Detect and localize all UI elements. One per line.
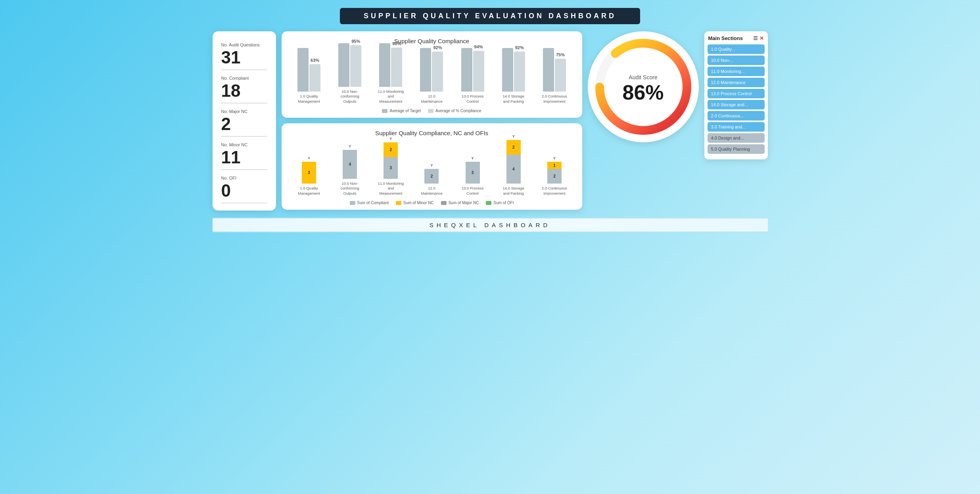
charts-area: Supplier Quality Compliance 63%1.0 Quali… xyxy=(282,31,582,210)
legend-target: Average of Target xyxy=(382,109,421,113)
nc-x-label: 10.0 Non-conformingOutputs xyxy=(341,181,359,196)
nc-chart-title: Supplier Quality Compliance, NC and OFIs xyxy=(290,130,574,136)
list-icon[interactable]: ☰ xyxy=(753,35,758,41)
major-nc-value: 2 xyxy=(221,115,267,137)
section-item[interactable]: 10.0 Non-... xyxy=(708,56,765,65)
compliance-bar-group: 90%11.0 MonitoringandMeasurement xyxy=(371,39,410,104)
section-item[interactable]: 2.0 Continuous... xyxy=(708,111,765,121)
compliance-bar-chart: 63%1.0 QualityManagement95%10.0 Non-conf… xyxy=(290,50,574,113)
legend-target-label: Average of Target xyxy=(389,109,421,113)
bar-x-label: 10.0 Non-conformingOutputs xyxy=(341,89,359,104)
legend-compliant: Sum of Compliant xyxy=(350,201,389,205)
legend-ofi-label: Sum of OFI xyxy=(493,201,514,205)
bar-x-label: 2.0 ContinuousImprovement xyxy=(542,94,567,104)
legend-minor: Sum of Minor NC xyxy=(396,201,434,205)
nc-x-label: 1.0 QualityManagement xyxy=(298,186,320,196)
compliance-bar-group: 75%2.0 ContinuousImprovement xyxy=(535,44,574,104)
legend-major-color xyxy=(441,201,447,205)
nc-bar-group: Y313.0 ProcessControl xyxy=(453,162,492,196)
section-item[interactable]: 3.0 Training and... xyxy=(708,122,765,132)
audit-questions-label: No. Audit Questions xyxy=(221,42,267,47)
nc-bar-chart: Y31.0 QualityManagementY410.0 Non-confor… xyxy=(290,142,574,205)
legend-compliant-color xyxy=(350,201,355,205)
legend-compliance: Average of % Compliance xyxy=(428,109,481,113)
section-item[interactable]: 5.0 Quality Planning xyxy=(708,144,765,154)
sections-header-icons: ☰ ✕ xyxy=(753,35,764,41)
legend-ofi: Sum of OFI xyxy=(486,201,514,205)
bar-x-label: 1.0 QualityManagement xyxy=(298,94,320,104)
compliant-label: No. Compliant xyxy=(221,76,267,80)
stats-panel: No. Audit Questions 31 No. Compliant 18 … xyxy=(213,31,276,211)
nc-x-label: 2.0 ContinuousImprovement xyxy=(542,186,567,196)
nc-x-label: 12.0Maintenance xyxy=(421,186,442,196)
nc-bar-group: Y31.0 QualityManagement xyxy=(290,162,329,196)
compliance-bar-group: 63%1.0 QualityManagement xyxy=(290,44,329,104)
dashboard-title: SUPPLIER QUALITY EVALUATION DASHBOARD xyxy=(340,8,640,24)
compliance-bar-group: 95%10.0 Non-conformingOutputs xyxy=(330,39,370,104)
nc-bar-group: Y3211.0 MonitoringandMeasurement xyxy=(371,142,410,196)
section-item[interactable]: 12.0 Maintenance xyxy=(708,78,765,87)
section-item[interactable]: 4.0 Design and... xyxy=(708,133,765,143)
section-item[interactable]: 11.0 Monitoring... xyxy=(708,67,765,76)
nc-bars: Y31.0 QualityManagementY410.0 Non-confor… xyxy=(290,142,574,197)
audit-questions-value: 31 xyxy=(221,49,267,70)
sections-header: Main Sections ☰ ✕ xyxy=(708,35,765,41)
compliance-chart-card: Supplier Quality Compliance 63%1.0 Quali… xyxy=(282,31,582,118)
ofi-label: No. OFI xyxy=(221,176,267,180)
compliant-value: 18 xyxy=(221,82,267,103)
ofi-value: 0 xyxy=(221,182,267,203)
nc-bar-group: Y4214.0 Storageand Packing xyxy=(494,140,533,196)
nc-chart-card: Supplier Quality Compliance, NC and OFIs… xyxy=(282,123,582,210)
compliance-bars: 63%1.0 QualityManagement95%10.0 Non-conf… xyxy=(290,50,574,105)
audit-score-gauge: Audit Score 86% xyxy=(588,31,699,142)
compliance-bar-group: 94%13.0 ProcessControl xyxy=(453,44,492,104)
legend-major-label: Sum of Major NC xyxy=(449,201,479,205)
legend-target-color xyxy=(382,109,387,113)
nc-bar-group: Y410.0 Non-conformingOutputs xyxy=(330,150,370,196)
section-item[interactable]: 14.0 Storage and... xyxy=(708,100,765,109)
compliance-bar-group: 92%12.0Maintenance xyxy=(412,44,451,104)
bar-x-label: 11.0 MonitoringandMeasurement xyxy=(378,89,404,104)
minor-nc-value: 11 xyxy=(221,149,267,170)
gauge-inner: Audit Score 86% xyxy=(622,74,664,103)
legend-major: Sum of Major NC xyxy=(441,201,479,205)
nc-x-label: 13.0 ProcessControl xyxy=(462,186,483,196)
nc-legend: Sum of Compliant Sum of Minor NC Sum of … xyxy=(290,201,574,205)
minor-nc-label: No. Minor NC xyxy=(221,142,267,147)
sections-list: 1.0 Quality...10.0 Non-...11.0 Monitorin… xyxy=(708,44,765,154)
gauge-value: 86% xyxy=(622,82,664,103)
legend-compliance-color xyxy=(428,109,433,113)
gauge-title: Audit Score xyxy=(622,74,664,80)
legend-compliance-label: Average of % Compliance xyxy=(435,109,481,113)
section-item[interactable]: 1.0 Quality... xyxy=(708,44,765,54)
bar-x-label: 13.0 ProcessControl xyxy=(462,94,483,104)
compliance-legend: Average of Target Average of % Complianc… xyxy=(290,109,574,113)
bar-x-label: 12.0Maintenance xyxy=(421,94,442,104)
nc-x-label: 11.0 MonitoringandMeasurement xyxy=(378,181,404,196)
nc-bar-group: Y212.0 ContinuousImprovement xyxy=(535,162,574,196)
close-icon[interactable]: ✕ xyxy=(759,35,764,41)
bar-x-label: 14.0 Storageand Packing xyxy=(503,94,524,104)
footer-text: SHEQXEL DASHBOARD xyxy=(430,222,551,228)
legend-ofi-color xyxy=(486,201,491,205)
legend-minor-label: Sum of Minor NC xyxy=(403,201,434,205)
footer-bar: SHEQXEL DASHBOARD xyxy=(213,218,768,232)
major-nc-label: No. Major NC xyxy=(221,109,267,114)
legend-minor-color xyxy=(396,201,401,205)
section-item[interactable]: 13.0 Process Control xyxy=(708,89,765,98)
compliance-bar-group: 92%14.0 Storageand Packing xyxy=(494,44,533,104)
legend-compliant-label: Sum of Compliant xyxy=(357,201,389,205)
sections-header-label: Main Sections xyxy=(708,35,743,41)
sections-panel: Main Sections ☰ ✕ 1.0 Quality...10.0 Non… xyxy=(704,31,768,159)
nc-x-label: 14.0 Storageand Packing xyxy=(503,186,524,196)
nc-bar-group: Y212.0Maintenance xyxy=(412,169,451,196)
